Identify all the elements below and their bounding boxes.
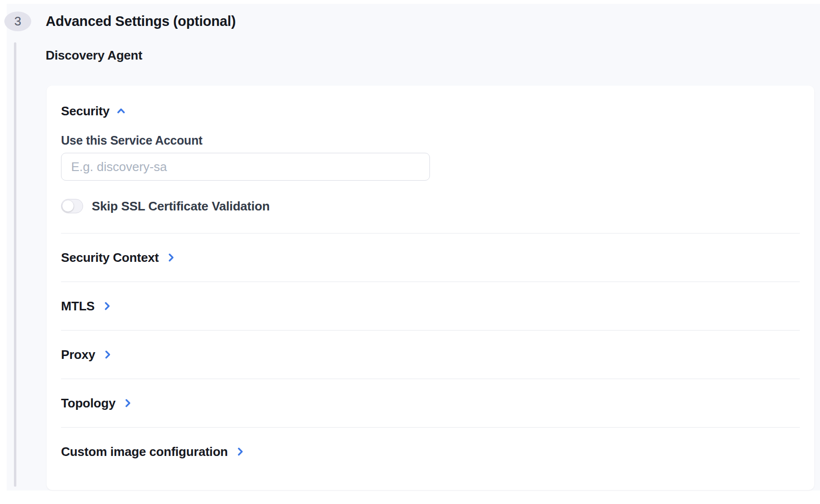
- service-account-label: Use this Service Account: [61, 134, 800, 147]
- section-topology[interactable]: Topology: [61, 379, 800, 427]
- skip-ssl-row: Skip SSL Certificate Validation: [61, 198, 800, 214]
- section-security[interactable]: Security: [61, 104, 800, 118]
- section-label: MTLS: [61, 299, 95, 313]
- chevron-right-icon: [165, 252, 177, 263]
- step-connector-line: [14, 42, 16, 487]
- discovery-agent-card: Security Use this Service Account Skip S…: [47, 86, 814, 490]
- chevron-right-icon: [234, 446, 246, 457]
- section-mtls[interactable]: MTLS: [61, 282, 800, 330]
- section-subtitle: Discovery Agent: [46, 48, 142, 63]
- section-label: Proxy: [61, 347, 95, 362]
- security-section-label: Security: [61, 104, 110, 118]
- collapsed-sections-list: Security Context MTLS Proxy: [61, 233, 800, 490]
- section-label: Custom image configuration: [61, 444, 228, 459]
- chevron-right-icon: [101, 300, 113, 312]
- section-label: Topology: [61, 396, 115, 410]
- step-number-badge: 3: [4, 12, 31, 31]
- chevron-up-icon: [115, 105, 127, 117]
- service-account-input[interactable]: [61, 153, 430, 181]
- chevron-right-icon: [122, 397, 134, 409]
- section-security-context[interactable]: Security Context: [61, 233, 800, 282]
- toggle-knob: [62, 200, 74, 212]
- page-title: Advanced Settings (optional): [46, 13, 236, 29]
- skip-ssl-toggle[interactable]: [61, 199, 83, 213]
- section-custom-image-configuration[interactable]: Custom image configuration: [61, 427, 800, 490]
- section-proxy[interactable]: Proxy: [61, 330, 800, 379]
- section-label: Security Context: [61, 250, 159, 265]
- chevron-right-icon: [102, 349, 113, 360]
- skip-ssl-label: Skip SSL Certificate Validation: [92, 199, 269, 214]
- step-number: 3: [14, 14, 21, 29]
